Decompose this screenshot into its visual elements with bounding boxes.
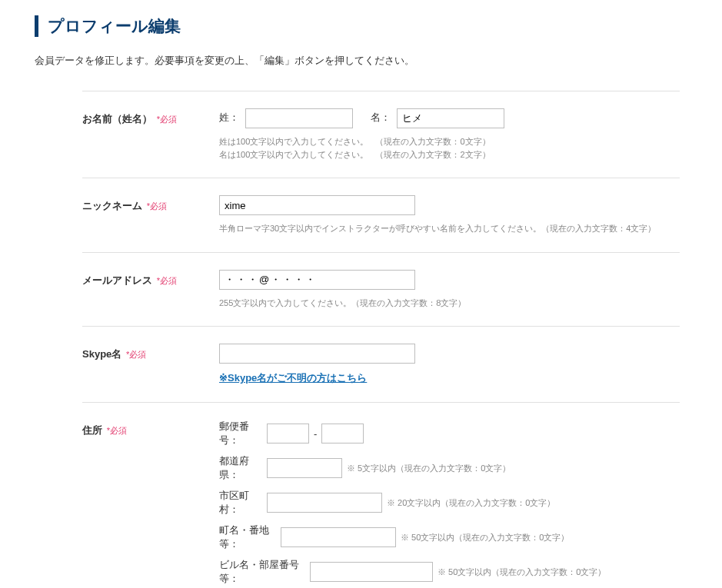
label-email: メールアドレス	[82, 274, 152, 286]
label-address: 住所	[82, 424, 102, 436]
required-badge: *必須	[126, 350, 146, 359]
label-zip: 郵便番号：	[219, 420, 267, 447]
hint-email: 255文字以内で入力してください。（現在の入力文字数：8文字）	[219, 297, 680, 310]
hint-bldg: ※ 50文字以内（現在の入力文字数：0文字）	[438, 566, 606, 578]
row-nickname: ニックネーム *必須 半角ローマ字30文字以内でインストラクターが呼びやすい名前…	[82, 178, 680, 252]
bldg-input[interactable]	[310, 562, 433, 582]
page-description: 会員データを修正します。必要事項を変更の上、「編集」ボタンを押してください。	[35, 54, 687, 68]
required-badge: *必須	[157, 115, 177, 124]
row-address: 住所 *必須 郵便番号： - 都道府県： ※ 5文字以内（現在の入力文字数：0文…	[82, 402, 680, 588]
label-sei: 姓：	[219, 111, 239, 123]
profile-form: お名前（姓名） *必須 姓： 名： 姓は100文字以内で入力してください。 （現…	[82, 91, 680, 588]
sei-input[interactable]	[245, 108, 353, 128]
row-name: お名前（姓名） *必須 姓： 名： 姓は100文字以内で入力してください。 （現…	[82, 91, 680, 178]
zip-dash: -	[314, 428, 317, 440]
town-input[interactable]	[281, 527, 396, 547]
hint-mei-b: （現在の入力文字数：2文字）	[375, 148, 490, 161]
label-mei: 名：	[371, 111, 391, 123]
zip1-input[interactable]	[267, 424, 309, 443]
label-name: お名前（姓名）	[82, 113, 152, 125]
skype-help-link[interactable]: ※Skype名がご不明の方はこちら	[219, 371, 367, 385]
pref-input[interactable]	[267, 458, 342, 478]
label-skype: Skype名	[82, 348, 121, 360]
required-badge: *必須	[157, 276, 177, 285]
mei-input[interactable]	[397, 108, 504, 128]
zip2-input[interactable]	[321, 424, 364, 443]
hint-sei-b: （現在の入力文字数：0文字）	[375, 135, 490, 148]
email-input[interactable]	[219, 270, 415, 290]
label-city: 市区町村：	[219, 489, 267, 517]
required-badge: *必須	[147, 201, 167, 211]
required-badge: *必須	[107, 426, 127, 435]
page-title: プロフィール編集	[35, 15, 687, 37]
label-bldg: ビル名・部屋番号等：	[219, 558, 310, 586]
hint-city: ※ 20文字以内（現在の入力文字数：0文字）	[387, 497, 555, 509]
label-nickname: ニックネーム	[82, 200, 142, 211]
skype-input[interactable]	[219, 344, 415, 364]
nickname-input[interactable]	[219, 195, 415, 215]
city-input[interactable]	[267, 493, 382, 513]
row-email: メールアドレス *必須 255文字以内で入力してください。（現在の入力文字数：8…	[82, 252, 680, 327]
hint-mei-a: 名は100文字以内で入力してください。	[219, 150, 368, 159]
row-skype: Skype名 *必須 ※Skype名がご不明の方はこちら	[82, 326, 680, 402]
hint-sei-a: 姓は100文字以内で入力してください。	[219, 137, 368, 146]
label-town: 町名・番地等：	[219, 523, 281, 551]
label-pref: 都道府県：	[219, 454, 267, 482]
hint-pref: ※ 5文字以内（現在の入力文字数：0文字）	[347, 463, 511, 474]
hint-town: ※ 50文字以内（現在の入力文字数：0文字）	[401, 532, 569, 543]
hint-nickname: 半角ローマ字30文字以内でインストラクターが呼びやすい名前を入力してください。（…	[219, 222, 680, 235]
